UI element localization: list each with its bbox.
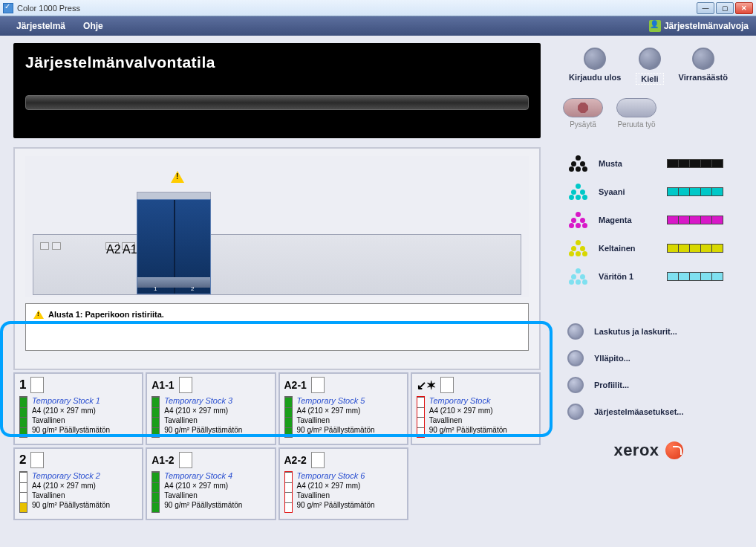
stock-name: Temporary Stock 5 bbox=[297, 396, 375, 406]
toner-label: Syaani bbox=[599, 187, 658, 196]
stock-name: Temporary Stock 2 bbox=[32, 471, 110, 481]
nav-label: Ylläpito... bbox=[594, 354, 630, 363]
toner-magenta: Magenta bbox=[567, 212, 744, 228]
paper-icon bbox=[311, 452, 325, 468]
paper-type: Tavallinen bbox=[297, 415, 375, 425]
menu-system[interactable]: Järjestelmä bbox=[7, 18, 74, 34]
tray-1[interactable]: 1 Temporary Stock 1 A4 (210 × 297 mm) Ta… bbox=[13, 372, 143, 445]
tray-info: Temporary Stock 6 A4 (210 × 297 mm) Tava… bbox=[297, 471, 375, 513]
app-icon bbox=[3, 3, 13, 13]
nav-dot-icon bbox=[567, 377, 584, 393]
logout-label: Kirjaudu ulos bbox=[569, 73, 621, 82]
stop-icon bbox=[578, 103, 588, 113]
titlebar: Color 1000 Press — ▢ ✕ bbox=[0, 0, 756, 16]
paper-icon bbox=[311, 377, 325, 393]
stop-button[interactable] bbox=[563, 98, 603, 117]
toner-level bbox=[667, 187, 723, 196]
toner-level bbox=[667, 159, 723, 168]
toner-syaani: Syaani bbox=[567, 184, 744, 200]
tray-info: Temporary Stock 4 A4 (210 × 297 mm) Tava… bbox=[164, 471, 242, 513]
language-button[interactable] bbox=[639, 48, 661, 70]
tray-bypass[interactable]: ↙✶ Temporary Stock A4 (210 × 297 mm) Tav… bbox=[411, 372, 541, 445]
paper-type: Tavallinen bbox=[32, 415, 110, 425]
brand-logo: xerox bbox=[553, 441, 744, 460]
toner-label: Musta bbox=[599, 159, 658, 168]
paper-weight: 90 g/m² Päällystämätön bbox=[429, 425, 507, 435]
level-indicator bbox=[19, 396, 27, 438]
tray-A2-1[interactable]: A2-1 Temporary Stock 5 A4 (210 × 297 mm)… bbox=[278, 372, 408, 445]
tray-2[interactable]: 2 Temporary Stock 2 A4 (210 × 297 mm) Ta… bbox=[13, 447, 143, 520]
nav-label: Laskutus ja laskurit... bbox=[594, 327, 677, 336]
paper-weight: 90 g/m² Päällystämätön bbox=[164, 425, 242, 435]
language-label: Kieli bbox=[636, 73, 663, 85]
powersave-label: Virransäästö bbox=[679, 73, 728, 82]
paper-size: A4 (210 × 297 mm) bbox=[164, 406, 242, 415]
paper-icon bbox=[179, 452, 192, 468]
paper-type: Tavallinen bbox=[164, 415, 242, 425]
tray-info: Temporary Stock 2 A4 (210 × 297 mm) Tava… bbox=[32, 471, 110, 513]
stock-name: Temporary Stock 3 bbox=[164, 396, 242, 406]
menubar: Järjestelmä Ohje Järjestelmänvalvoja bbox=[0, 16, 756, 36]
nav-item[interactable]: Järjestelmäasetukset... bbox=[567, 404, 744, 420]
nav-list: Laskutus ja laskurit... Ylläpito... Prof… bbox=[553, 323, 744, 420]
tray-info: Temporary Stock 3 A4 (210 × 297 mm) Tava… bbox=[164, 396, 242, 438]
stock-name: Temporary Stock 1 bbox=[32, 396, 110, 406]
user-icon bbox=[649, 20, 661, 32]
paper-weight: 90 g/m² Päällystämätön bbox=[32, 425, 110, 435]
nav-dot-icon bbox=[567, 323, 584, 340]
nav-item[interactable]: Laskutus ja laskurit... bbox=[567, 323, 744, 340]
minimize-button[interactable]: — bbox=[697, 2, 714, 14]
nav-dot-icon bbox=[567, 350, 584, 366]
toner-list: Musta Syaani bbox=[553, 155, 744, 285]
tray-id: A2-2 bbox=[284, 454, 307, 466]
toner-icon bbox=[567, 212, 590, 228]
stock-name: Temporary Stock bbox=[429, 396, 507, 406]
logout-button[interactable] bbox=[584, 48, 606, 70]
toner-label: Magenta bbox=[599, 216, 658, 224]
paper-weight: 90 g/m² Päällystämätön bbox=[164, 500, 242, 510]
toner-väritön 1: Väritön 1 bbox=[567, 268, 744, 285]
toner-icon bbox=[567, 240, 590, 256]
powersave-button[interactable] bbox=[692, 48, 714, 70]
status-mode: Järjestelmänvalvontatila bbox=[25, 54, 529, 71]
toner-level bbox=[667, 244, 723, 253]
nav-dot-icon bbox=[567, 404, 584, 420]
paper-type: Tavallinen bbox=[164, 491, 242, 500]
user-indicator[interactable]: Järjestelmänvalvoja bbox=[649, 20, 749, 32]
level-indicator bbox=[284, 396, 293, 438]
toner-icon bbox=[567, 155, 590, 172]
paper-size: A4 (210 × 297 mm) bbox=[297, 406, 375, 415]
toner-icon bbox=[567, 268, 590, 285]
paper-icon bbox=[440, 377, 454, 393]
menu-help[interactable]: Ohje bbox=[74, 18, 112, 34]
stop-label: Pysäytä bbox=[563, 120, 603, 129]
nav-item[interactable]: Ylläpito... bbox=[567, 350, 744, 366]
brand-text: xerox bbox=[613, 441, 659, 460]
tray-A2-2[interactable]: A2-2 Temporary Stock 6 A4 (210 × 297 mm)… bbox=[278, 447, 408, 520]
paper-icon bbox=[30, 452, 44, 468]
paper-size: A4 (210 × 297 mm) bbox=[32, 406, 110, 415]
user-label: Järjestelmänvalvoja bbox=[664, 21, 749, 31]
tray-id: A1-1 bbox=[151, 379, 174, 391]
stock-name: Temporary Stock 4 bbox=[164, 471, 242, 481]
level-indicator bbox=[151, 471, 160, 513]
paper-size: A4 (210 × 297 mm) bbox=[429, 406, 507, 415]
alert-icon bbox=[33, 310, 44, 319]
tray-A1-2[interactable]: A1-2 Temporary Stock 4 A4 (210 × 297 mm)… bbox=[146, 447, 276, 520]
maximize-button[interactable]: ▢ bbox=[716, 2, 734, 14]
tray-A1-1[interactable]: A1-1 Temporary Stock 3 A4 (210 × 297 mm)… bbox=[146, 372, 276, 445]
nav-item[interactable]: Profiilit... bbox=[567, 377, 744, 393]
paper-weight: 90 g/m² Päällystämätön bbox=[297, 425, 375, 435]
cancel-job-label: Peruuta työ bbox=[616, 120, 656, 129]
cancel-job-button[interactable] bbox=[616, 98, 656, 117]
paper-weight: 90 g/m² Päällystämätön bbox=[32, 500, 110, 510]
toner-level bbox=[667, 272, 723, 281]
alert-box: Alusta 1: Paperikoon ristiriita. bbox=[25, 303, 529, 351]
paper-type: Tavallinen bbox=[32, 491, 110, 500]
nav-label: Järjestelmäasetukset... bbox=[594, 407, 683, 416]
level-indicator bbox=[19, 471, 27, 513]
level-indicator bbox=[151, 396, 160, 438]
stock-name: Temporary Stock 6 bbox=[297, 471, 375, 481]
toner-label: Keltainen bbox=[599, 244, 658, 253]
close-button[interactable]: ✕ bbox=[735, 2, 753, 14]
